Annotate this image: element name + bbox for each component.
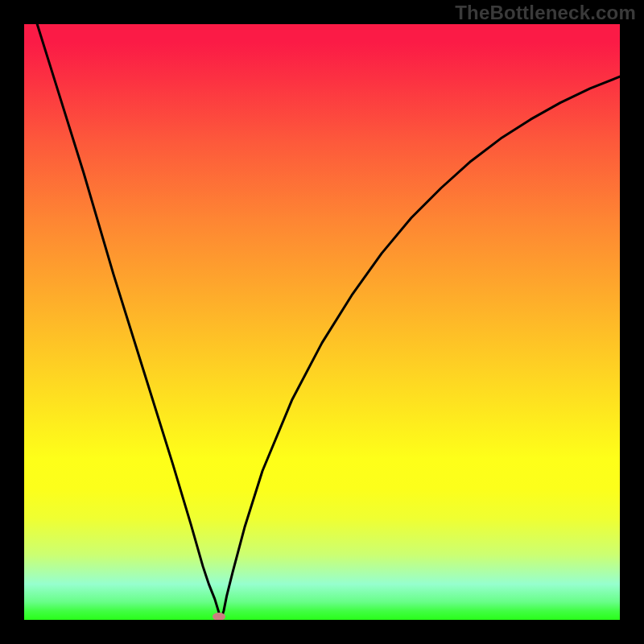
minimum-marker [213, 613, 225, 620]
plot-area [24, 24, 620, 620]
chart-frame: TheBottleneck.com [0, 0, 644, 644]
bottleneck-curve [24, 24, 620, 620]
watermark-text: TheBottleneck.com [455, 2, 636, 24]
